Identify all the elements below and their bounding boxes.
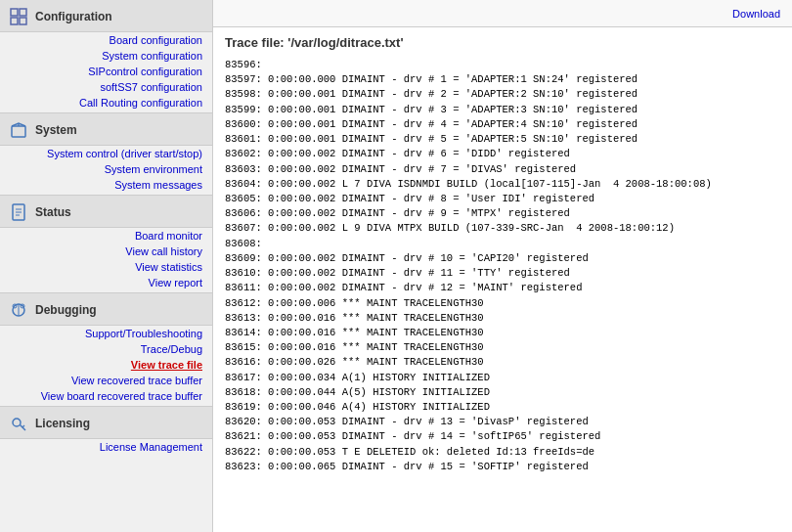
sidebar-item-support-troubleshooting[interactable]: Support/Troubleshooting: [0, 326, 212, 341]
sidebar-section-debugging: Debugging: [0, 292, 212, 326]
sidebar-item-system-messages[interactable]: System messages: [0, 177, 212, 193]
sidebar-section-label-system: System: [35, 123, 77, 137]
sidebar-item-view-recovered-trace-buffer[interactable]: View recovered trace buffer: [0, 373, 212, 388]
sidebar-item-view-statistics[interactable]: View statistics: [0, 259, 212, 275]
svg-line-16: [22, 425, 24, 427]
sidebar-item-board-monitor[interactable]: Board monitor: [0, 228, 212, 244]
sidebar-item-trace-debug[interactable]: Trace/Debug: [0, 341, 212, 357]
sidebar-item-view-board-recovered-trace-buffer[interactable]: View board recovered trace buffer: [0, 388, 212, 404]
svg-rect-3: [20, 18, 26, 24]
trace-file-title: Trace file: '/var/log/ditrace.txt': [225, 35, 780, 50]
key-icon: [8, 413, 29, 434]
svg-rect-1: [20, 9, 26, 16]
debug-icon: [8, 299, 29, 321]
sidebar-section-label-debugging: Debugging: [35, 303, 97, 317]
sidebar-section-licensing: Licensing: [0, 406, 212, 439]
svg-rect-4: [12, 126, 25, 137]
sidebar-item-system-environment[interactable]: System environment: [0, 161, 212, 177]
sidebar-item-call-routing-configuration[interactable]: Call Routing configuration: [0, 95, 212, 111]
svg-rect-2: [11, 18, 18, 24]
sidebar-item-sipcontrol-configuration[interactable]: SIPcontrol configuration: [0, 64, 212, 79]
sidebar-item-view-call-history[interactable]: View call history: [0, 244, 212, 259]
box-icon: [8, 119, 29, 141]
sidebar-item-view-trace-file[interactable]: View trace file: [0, 357, 212, 373]
sidebar-item-license-management[interactable]: License Management: [0, 439, 212, 455]
svg-rect-0: [11, 9, 18, 16]
doc-icon: [8, 201, 29, 223]
trace-content-area: Trace file: '/var/log/ditrace.txt' 83596…: [213, 27, 792, 532]
trace-log: 83596: 83597: 0:00:00.000 DIMAINT - drv …: [225, 58, 780, 474]
topbar: Download: [213, 0, 792, 27]
sidebar: ConfigurationBoard configurationSystem c…: [0, 0, 213, 532]
sidebar-section-configuration: Configuration: [0, 0, 212, 32]
main-content: Download Trace file: '/var/log/ditrace.t…: [213, 0, 792, 532]
sidebar-section-system: System: [0, 112, 212, 146]
sidebar-item-system-control[interactable]: System control (driver start/stop): [0, 146, 212, 161]
sidebar-item-board-configuration[interactable]: Board configuration: [0, 32, 212, 48]
svg-point-14: [13, 419, 21, 426]
sidebar-item-system-configuration[interactable]: System configuration: [0, 48, 212, 64]
grid-icon: [8, 6, 29, 27]
sidebar-section-label-licensing: Licensing: [35, 417, 90, 430]
sidebar-item-softss7-configuration[interactable]: softSS7 configuration: [0, 79, 212, 95]
sidebar-section-status: Status: [0, 195, 212, 228]
sidebar-section-label-configuration: Configuration: [35, 10, 112, 23]
sidebar-section-label-status: Status: [35, 205, 71, 219]
sidebar-item-view-report[interactable]: View report: [0, 275, 212, 290]
download-link[interactable]: Download: [732, 8, 780, 20]
